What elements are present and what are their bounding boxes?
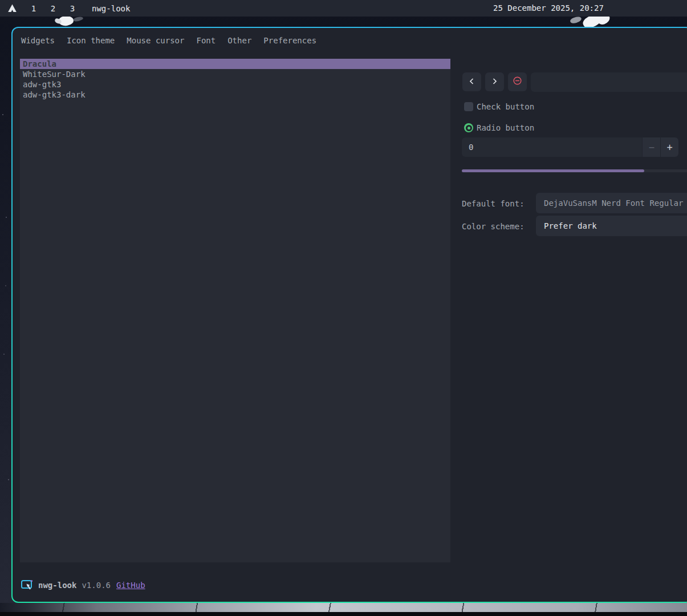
clock: 25 December 2025, 20:27: [493, 0, 604, 17]
chevron-right-icon: [491, 76, 498, 87]
tab-other[interactable]: Other: [227, 34, 251, 47]
wallpaper-detail: [72, 16, 83, 22]
wallpaper-bottom-edge: [0, 612, 687, 616]
nwg-look-app-icon: [21, 578, 34, 591]
window-footer: nwg-look v1.0.6 GitHub: [21, 578, 145, 591]
list-item-adw-gtk3[interactable]: adw-gtk3: [20, 79, 450, 90]
back-button[interactable]: [462, 72, 481, 91]
wallpaper-umbrella-strip: [0, 603, 687, 612]
slider-fill: [462, 169, 644, 172]
gtk-theme-list: Dracula WhiteSur-Dark adw-gtk3 adw-gtk3-…: [20, 59, 450, 562]
menubar: Widgets Icon theme Mouse cursor Font Oth…: [21, 34, 316, 47]
spin-increment-button[interactable]: +: [660, 137, 678, 157]
arch-logo-icon: [7, 4, 17, 13]
app-version: v1.0.6: [82, 581, 111, 590]
color-scheme-label: Color scheme:: [462, 222, 525, 231]
spin-value-field[interactable]: 0: [462, 137, 642, 157]
tab-icon-theme[interactable]: Icon theme: [67, 34, 115, 47]
spin-decrement-button[interactable]: −: [642, 137, 660, 157]
workspace-button-3[interactable]: 3: [70, 4, 75, 13]
remove-button[interactable]: [508, 72, 527, 91]
tab-widgets[interactable]: Widgets: [21, 34, 55, 47]
forward-button[interactable]: [485, 72, 504, 91]
check-button-label: Check button: [477, 102, 534, 111]
tab-font[interactable]: Font: [196, 34, 216, 47]
wallpaper-detail: [570, 15, 582, 25]
radio-button-row[interactable]: Radio button: [464, 123, 534, 132]
active-window-title: nwg-look: [92, 4, 130, 13]
color-scheme-dropdown[interactable]: Prefer dark: [536, 216, 687, 236]
default-font-label: Default font:: [462, 199, 525, 208]
checkbox-icon[interactable]: [464, 102, 473, 111]
nwg-look-window-body: Widgets Icon theme Mouse cursor Font Oth…: [13, 28, 687, 602]
demo-scale-slider[interactable]: [462, 169, 687, 172]
chevron-left-icon: [469, 76, 475, 87]
demo-text-entry[interactable]: [531, 72, 687, 92]
list-item-dracula[interactable]: Dracula: [20, 59, 450, 69]
circled-minus-icon: [513, 76, 522, 88]
workspace-button-2[interactable]: 2: [50, 4, 56, 13]
radio-button-label: Radio button: [477, 123, 534, 132]
list-item-whitesur-dark[interactable]: WhiteSur-Dark: [20, 69, 450, 79]
github-link[interactable]: GitHub: [116, 581, 145, 590]
workspace-button-1[interactable]: 1: [31, 4, 36, 13]
list-item-adw-gtk3-dark[interactable]: adw-gtk3-dark: [20, 90, 450, 100]
status-bar: 1 2 3 nwg-look 25 December 2025, 20:27: [0, 0, 687, 17]
tab-preferences[interactable]: Preferences: [263, 34, 316, 47]
app-name: nwg-look: [38, 581, 76, 590]
spin-button: 0 − +: [462, 137, 678, 157]
nwg-look-window: Widgets Icon theme Mouse cursor Font Oth…: [11, 27, 687, 603]
check-button-row[interactable]: Check button: [464, 102, 534, 111]
tab-mouse-cursor[interactable]: Mouse cursor: [127, 34, 184, 47]
default-font-button[interactable]: DejaVuSansM Nerd Font Regular: [536, 193, 687, 213]
wallpaper-stars: [2, 114, 3, 115]
radio-icon[interactable]: [464, 123, 473, 132]
